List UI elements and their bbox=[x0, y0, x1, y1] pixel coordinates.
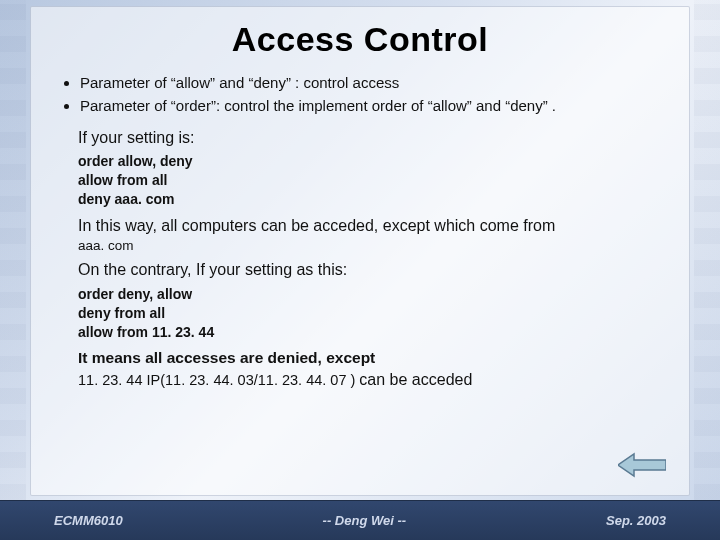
left-arrow-icon bbox=[618, 452, 666, 478]
result-detail-2: 11. 23. 44 IP(11. 23. 44. 03/11. 23. 44.… bbox=[78, 369, 664, 391]
config-block-2: order deny, allow deny from all allow fr… bbox=[78, 285, 664, 342]
bullet-list: Parameter of “allow” and “deny” : contro… bbox=[62, 73, 664, 117]
result-text-2: It means all accesses are denied, except bbox=[78, 348, 664, 369]
ip-range-text: 11. 23. 44 IP(11. 23. 44. 03/11. 23. 44.… bbox=[78, 372, 359, 388]
slide-title: Access Control bbox=[56, 20, 664, 59]
decor-strip-right bbox=[694, 0, 720, 500]
bullet-item: Parameter of “allow” and “deny” : contro… bbox=[80, 73, 664, 93]
intro-text-1: If your setting is: bbox=[78, 127, 664, 149]
footer-author: -- Deng Wei -- bbox=[123, 513, 606, 528]
config-block-1: order allow, deny allow from all deny aa… bbox=[78, 152, 664, 209]
bullet-item: Parameter of “order”: control the implem… bbox=[80, 96, 664, 116]
result-host-1: aaa. com bbox=[78, 238, 664, 253]
result-suffix: can be acceded bbox=[359, 371, 472, 388]
slide: Access Control Parameter of “allow” and … bbox=[0, 0, 720, 540]
decor-strip-left bbox=[0, 0, 26, 500]
result-text-1: In this way, all computers can be accede… bbox=[78, 215, 664, 237]
footer-date: Sep. 2003 bbox=[606, 513, 666, 528]
intro-text-2: On the contrary, If your setting as this… bbox=[78, 259, 664, 281]
footer-course-code: ECMM6010 bbox=[54, 513, 123, 528]
footer-bar: ECMM6010 -- Deng Wei -- Sep. 2003 bbox=[0, 500, 720, 540]
slide-content: Access Control Parameter of “allow” and … bbox=[30, 6, 690, 496]
arrow-shape bbox=[618, 454, 666, 476]
